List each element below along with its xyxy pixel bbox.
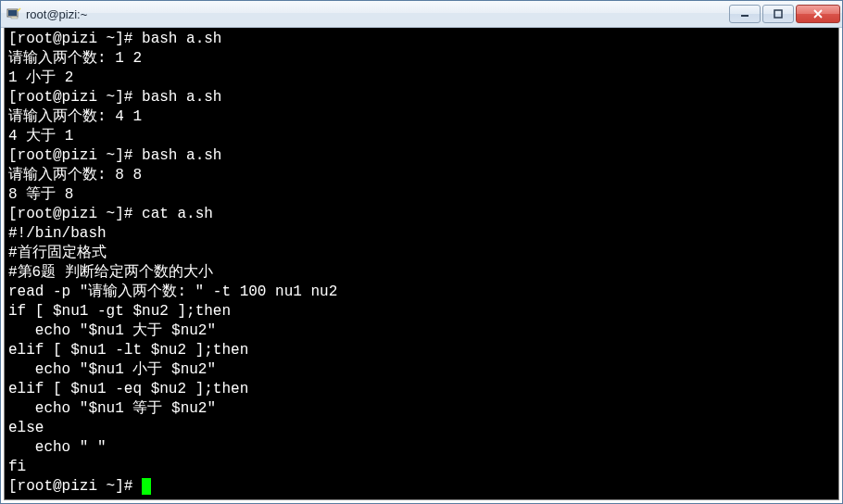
output-line: echo "$nu1 大于 $nu2"	[8, 322, 216, 339]
output-line: 4 大于 1	[8, 128, 73, 145]
prompt: [root@pizi ~]#	[8, 147, 132, 164]
output-line: else	[8, 420, 44, 436]
output-line: #首行固定格式	[8, 245, 107, 261]
svg-rect-1	[8, 10, 17, 16]
output-line: if [ $nu1 -gt $nu2 ];then	[8, 303, 231, 320]
output-line: echo "$nu1 小于 $nu2"	[8, 361, 216, 378]
output-line: fi	[8, 459, 26, 475]
output-line: echo "$nu1 等于 $nu2"	[8, 400, 216, 417]
terminal-window: root@pizi:~ [root@pizi ~]# bash a.sh 请输入…	[0, 0, 843, 504]
minimize-button[interactable]	[729, 5, 761, 23]
maximize-button[interactable]	[762, 5, 794, 23]
output-line: read -p "请输入两个数: " -t 100 nu1 nu2	[8, 284, 337, 300]
svg-line-3	[18, 8, 20, 11]
output-line: elif [ $nu1 -eq $nu2 ];then	[8, 381, 248, 397]
command-text: bash a.sh	[132, 147, 221, 164]
prompt: [root@pizi ~]#	[8, 89, 132, 106]
output-line: elif [ $nu1 -lt $nu2 ];then	[8, 342, 248, 359]
cursor-block	[142, 478, 151, 495]
putty-icon	[6, 6, 21, 21]
output-line: echo " "	[8, 439, 107, 456]
terminal-body[interactable]: [root@pizi ~]# bash a.sh 请输入两个数: 1 2 1 小…	[4, 28, 839, 500]
svg-rect-5	[774, 10, 782, 18]
output-line	[132, 478, 142, 495]
prompt: [root@pizi ~]#	[8, 478, 132, 495]
command-text: bash a.sh	[132, 31, 221, 47]
window-controls	[727, 5, 840, 23]
close-button[interactable]	[796, 5, 840, 23]
output-line: 请输入两个数: 1 2	[8, 50, 142, 67]
window-title: root@pizi:~	[26, 7, 727, 21]
prompt: [root@pizi ~]#	[8, 206, 132, 222]
output-line: #!/bin/bash	[8, 225, 107, 242]
svg-rect-2	[11, 17, 18, 19]
output-line: 8 等于 8	[8, 186, 73, 203]
output-line: 1 小于 2	[8, 69, 73, 86]
svg-rect-4	[741, 15, 749, 17]
output-line: 请输入两个数: 8 8	[8, 167, 142, 183]
titlebar[interactable]: root@pizi:~	[1, 1, 842, 28]
output-line: #第6题 判断给定两个数的大小	[8, 264, 213, 281]
command-text: cat a.sh	[132, 206, 212, 222]
command-text: bash a.sh	[132, 89, 221, 106]
output-line: 请输入两个数: 4 1	[8, 108, 142, 125]
prompt: [root@pizi ~]#	[8, 31, 132, 47]
